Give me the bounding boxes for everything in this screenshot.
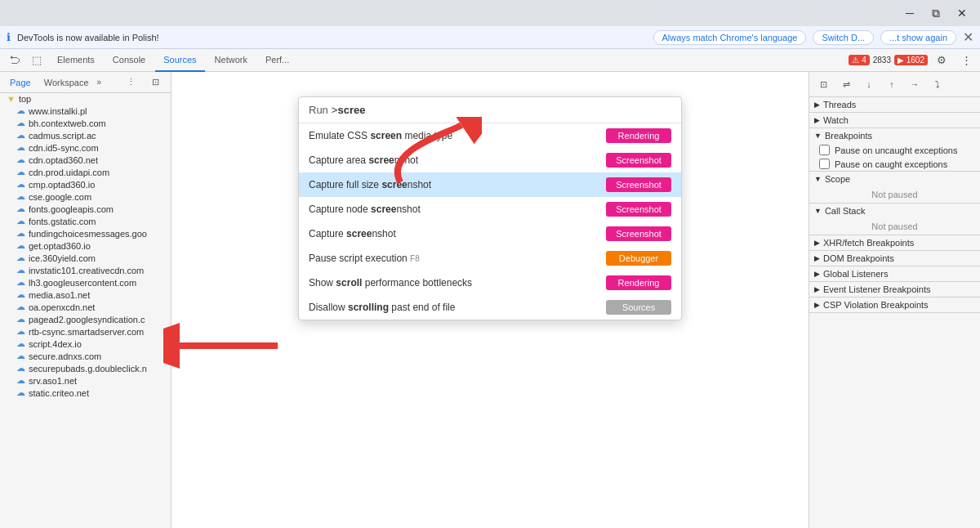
pause-uncaught[interactable]: Pause on uncaught exceptions (809, 143, 980, 157)
screenshot-btn-2[interactable]: Screenshot (606, 177, 671, 192)
tab-network[interactable]: Network (207, 49, 256, 72)
command-item-pause[interactable]: Pause script execution F8 Debugger (299, 246, 681, 271)
rendering-btn-2[interactable]: Rendering (606, 275, 671, 290)
list-item[interactable]: ☁ fonts.googleapis.com (0, 203, 171, 215)
command-item-scroll-perf[interactable]: Show scroll performance bottlenecks Rend… (299, 271, 681, 295)
step-icon[interactable]: → (904, 74, 925, 95)
command-item-capture[interactable]: Capture screenshot Screenshot (299, 221, 681, 246)
command-item-capture-area[interactable]: Capture area screenshot Screenshot (299, 148, 681, 172)
step-into-icon[interactable]: ↓ (858, 74, 880, 95)
rendering-btn-1[interactable]: Rendering (606, 128, 671, 143)
tab-page[interactable]: Page (5, 76, 36, 89)
list-item[interactable]: ☁ bh.contextweb.com (0, 117, 171, 129)
close-button[interactable]: ✕ (951, 2, 973, 25)
list-item[interactable]: ☁ fundingchoicesmessages.goo (0, 227, 171, 239)
command-item-disallow-scroll[interactable]: Disallow scrolling past end of file Sour… (299, 295, 681, 320)
more-options-icon[interactable]: ⋮ (956, 50, 977, 71)
switch-button[interactable]: Switch D... (813, 30, 874, 45)
right-toolbar: ⊡ ⇌ ↓ ↑ → ⤵ (809, 72, 980, 97)
layout-right-icon[interactable]: ⊡ (813, 74, 834, 95)
list-item[interactable]: ☁ cmp.optad360.io (0, 178, 171, 190)
dont-show-button[interactable]: ...t show again (880, 30, 956, 45)
command-item-emulate[interactable]: Emulate CSS screen media type Rendering (299, 123, 681, 148)
file-label: www.instalki.pl (29, 106, 87, 116)
file-label: get.optad360.io (29, 241, 91, 251)
list-item[interactable]: ☁ srv.aso1.net (0, 374, 171, 387)
info-close-button[interactable]: ✕ (963, 29, 973, 45)
screenshot-btn-1[interactable]: Screenshot (606, 153, 671, 168)
screenshot-btn-4[interactable]: Screenshot (606, 226, 671, 241)
list-item[interactable]: ☁ invstatic101.creativecdn.com (0, 264, 171, 276)
watch-section: ▶ Watch (809, 113, 980, 128)
list-item[interactable]: ☁ cadmus.script.ac (0, 129, 171, 141)
list-item[interactable]: ☁ oa.openxcdn.net (0, 301, 171, 313)
threads-arrow: ▶ (814, 101, 820, 109)
deactivate-icon[interactable]: ⤵ (927, 74, 948, 95)
back-icon[interactable]: ⮌ (3, 50, 24, 71)
restore-button[interactable]: ⧉ (924, 2, 947, 25)
dom-header[interactable]: ▶ DOM Breakpoints (809, 251, 980, 266)
threads-header[interactable]: ▶ Threads (809, 97, 980, 112)
watch-header[interactable]: ▶ Watch (809, 113, 980, 128)
dom-section: ▶ DOM Breakpoints (809, 251, 980, 266)
tab-workspace[interactable]: Workspace (39, 76, 94, 89)
inspect-icon[interactable]: ⬚ (26, 50, 47, 71)
list-item[interactable]: ☁ ice.360yield.com (0, 252, 171, 264)
screenshot-btn-3[interactable]: Screenshot (606, 202, 671, 217)
cloud-icon: ☁ (16, 277, 25, 288)
global-header[interactable]: ▶ Global Listeners (809, 266, 980, 281)
more-icon[interactable]: ⋮ (120, 72, 141, 93)
debugger-btn[interactable]: Debugger (606, 251, 671, 266)
tab-performance[interactable]: Perf... (257, 49, 297, 72)
match-language-button[interactable]: Always match Chrome's language (653, 30, 807, 45)
watch-label: Watch (823, 115, 849, 125)
list-item[interactable]: ☁ cdn.id5-sync.com (0, 141, 171, 154)
cloud-icon: ☁ (16, 130, 25, 141)
list-item[interactable]: ☁ secure.adnxs.com (0, 350, 171, 362)
list-item[interactable]: ☁ static.criteo.net (0, 387, 171, 399)
tab-elements[interactable]: Elements (49, 49, 103, 72)
cloud-icon: ☁ (16, 216, 25, 226)
list-item[interactable]: ☁ rtb-csync.smartadserver.com (0, 325, 171, 338)
devtools-toolbar: ⮌ ⬚ Elements Console Sources Network Per… (0, 49, 980, 72)
file-label: secure.adnxs.com (29, 351, 101, 361)
list-item[interactable]: ☁ get.optad360.io (0, 239, 171, 252)
tab-sources[interactable]: Sources (155, 49, 204, 72)
scope-header[interactable]: ▼ Scope (809, 172, 980, 186)
minimize-button[interactable]: ─ (898, 2, 921, 25)
list-item[interactable]: ☁ media.aso1.net (0, 289, 171, 301)
settings-icon[interactable]: ⚙ (931, 50, 952, 71)
cloud-icon: ☁ (16, 375, 25, 386)
list-item[interactable]: ☁ cdn.optad360.net (0, 154, 171, 166)
list-item[interactable]: ☁ cse.google.com (0, 190, 171, 203)
xhr-header[interactable]: ▶ XHR/fetch Breakpoints (809, 235, 980, 250)
pause-caught[interactable]: Pause on caught exceptions (809, 157, 980, 171)
command-item-capture-node-label: Capture node screenshot (309, 204, 606, 215)
list-item[interactable]: ☁ www.instalki.pl (0, 105, 171, 117)
list-item[interactable]: ☁ cdn.prod.uidapi.com (0, 166, 171, 178)
list-item[interactable]: ☁ fonts.gstatic.com (0, 215, 171, 227)
cloud-icon: ☁ (16, 118, 25, 128)
command-item-capture-node[interactable]: Capture node screenshot Screenshot (299, 197, 681, 221)
step-out-icon[interactable]: ↑ (881, 74, 902, 95)
layout-icon[interactable]: ⊡ (145, 72, 166, 93)
event-header[interactable]: ▶ Event Listener Breakpoints (809, 282, 980, 297)
step-over-icon[interactable]: ⇌ (835, 74, 857, 95)
pause-uncaught-checkbox[interactable] (819, 145, 830, 155)
list-item[interactable]: ☁ lh3.googleusercontent.com (0, 276, 171, 289)
pause-caught-checkbox[interactable] (819, 159, 830, 169)
file-tree-top[interactable]: ▼ top (0, 93, 171, 105)
breakpoints-header[interactable]: ▼ Breakpoints (809, 128, 980, 143)
list-item[interactable]: ☁ pagead2.googlesyndication.c (0, 313, 171, 325)
main-content: Page Workspace » ⋮ ⊡ ▼ top ☁ www.instalk… (0, 72, 980, 528)
tab-console[interactable]: Console (105, 49, 154, 72)
sources-btn[interactable]: Sources (606, 300, 671, 315)
log-badge: ▶ 1602 (894, 55, 928, 65)
call-stack-header[interactable]: ▼ Call Stack (809, 204, 980, 218)
list-item[interactable]: ☁ script.4dex.io (0, 338, 171, 350)
cloud-icon: ☁ (16, 289, 25, 300)
list-item[interactable]: ☁ securepubads.g.doubleclick.n (0, 362, 171, 374)
command-item-capture-full[interactable]: Capture full size screenshot Screenshot (299, 172, 681, 197)
more-tabs[interactable]: » (97, 78, 102, 87)
csp-header[interactable]: ▶ CSP Violation Breakpoints (809, 298, 980, 312)
